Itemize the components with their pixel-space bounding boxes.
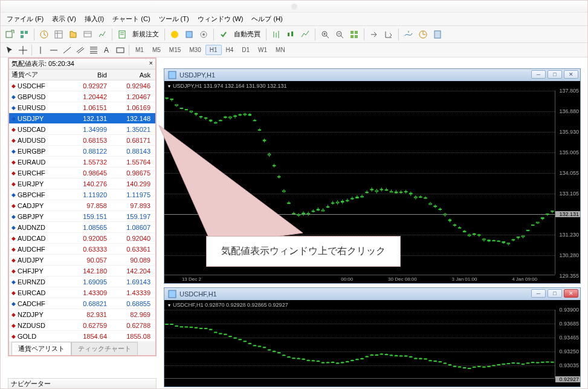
symbol-row-euraud[interactable]: ◆ EURAUD1.557321.55764	[9, 157, 155, 168]
svg-rect-227	[263, 347, 265, 348]
trendline-icon[interactable]	[60, 44, 74, 56]
vline-icon[interactable]	[34, 44, 47, 56]
market-watch-icon[interactable]	[37, 28, 51, 41]
symbol-row-audjpy[interactable]: ◆ AUDJPY90.05790.089	[9, 255, 155, 266]
hline-icon[interactable]	[47, 44, 60, 56]
close-icon[interactable]: ✕	[564, 70, 578, 79]
close-icon[interactable]: ✕	[564, 289, 578, 298]
symbol-row-eurjpy[interactable]: ◆ EURJPY140.276140.299	[9, 178, 155, 189]
symbol-row-eurcad[interactable]: ◆ EURCAD1.433091.43339	[9, 287, 155, 298]
symbol-row-chfjpy[interactable]: ◆ CHFJPY142.180142.204	[9, 266, 155, 276]
symbol-row-audnzd[interactable]: ◆ AUDNZD1.085651.08607	[9, 222, 155, 233]
col-bid[interactable]: Bid	[67, 71, 111, 79]
symbol-row-eurusd[interactable]: ◆ EURUSD1.061511.06169	[9, 102, 155, 113]
text-icon[interactable]: A	[100, 44, 114, 56]
chart-usdchf-titlebar[interactable]: USDCHF,H1 ─ □ ✕	[164, 288, 580, 300]
chart-usdchf[interactable]: USDCHF,H1 ─ □ ✕ ▾ USDCHF,H1 0.92870 0.92…	[164, 287, 581, 387]
templates-icon[interactable]	[431, 28, 444, 41]
menu-view[interactable]: 表示 (V)	[48, 13, 80, 25]
tile-icon[interactable]	[347, 28, 361, 41]
timeframe-m1[interactable]: M1	[131, 45, 148, 55]
symbol-row-usdjpy[interactable]: ◆ USDJPY132.131132.148	[9, 113, 155, 124]
crosshair-icon[interactable]	[16, 44, 30, 56]
shift-icon[interactable]	[367, 28, 381, 41]
cursor-icon[interactable]	[3, 44, 16, 56]
symbol-row-eurgbp[interactable]: ◆ EURGBP0.881220.88143	[9, 146, 155, 157]
symbol-row-audusd[interactable]: ◆ AUDUSD0.681530.68171	[9, 135, 155, 146]
maximize-icon[interactable]: □	[548, 289, 562, 298]
expert-icon[interactable]	[183, 28, 196, 41]
timeframe-m5[interactable]: M5	[148, 45, 165, 55]
menu-window[interactable]: ウィンドウ (W)	[194, 13, 247, 25]
zoom-out-icon[interactable]	[333, 28, 346, 41]
navigator-title: ナビゲーター	[8, 378, 157, 389]
svg-rect-319	[488, 366, 490, 367]
bar-chart-icon[interactable]	[270, 28, 283, 41]
profiles-icon[interactable]	[18, 28, 31, 41]
periods-icon[interactable]	[416, 28, 430, 41]
timeframe-w1[interactable]: W1	[254, 45, 271, 55]
svg-rect-34	[185, 110, 187, 110]
timeframe-d1[interactable]: D1	[237, 45, 254, 55]
symbol-row-gbpusd[interactable]: ◆ GBPUSD1.204421.20467	[9, 91, 155, 102]
autotrade-label[interactable]: 自動売買	[231, 30, 263, 39]
maximize-icon[interactable]: □	[548, 70, 562, 79]
svg-rect-24	[169, 71, 176, 79]
terminal-icon[interactable]	[81, 28, 94, 41]
new-order-label[interactable]: 新規注文	[130, 30, 161, 39]
tab-pair-list[interactable]: 通貨ペアリスト	[11, 342, 71, 355]
chevron-down-icon[interactable]: ▾	[168, 302, 170, 308]
menu-tool[interactable]: ツール (T)	[155, 13, 193, 25]
timeframe-h4[interactable]: H4	[222, 45, 238, 55]
new-order-icon[interactable]	[115, 28, 129, 41]
symbol-row-nzdjpy[interactable]: ◆ NZDJPY82.93182.969	[9, 309, 155, 320]
symbol-row-cadchf[interactable]: ◆ CADCHF0.688210.68855	[9, 298, 155, 309]
menu-chart[interactable]: チャート (C)	[109, 13, 153, 25]
symbol-row-eurchf[interactable]: ◆ EURCHF0.986450.98675	[9, 168, 155, 178]
symbol-row-cadjpy[interactable]: ◆ CADJPY97.85897.893	[9, 200, 155, 211]
menu-insert[interactable]: 挿入(I)	[81, 13, 108, 25]
svg-text:A: A	[104, 46, 109, 54]
symbol-row-audchf[interactable]: ◆ AUDCHF0.633330.63361	[9, 244, 155, 255]
autotrade-icon[interactable]	[217, 28, 230, 41]
candle-chart-icon[interactable]	[284, 28, 297, 41]
svg-rect-32	[180, 108, 183, 108]
meta-icon[interactable]	[168, 28, 181, 41]
symbol-row-eurnzd[interactable]: ◆ EURNZD1.690951.69143	[9, 276, 155, 287]
timeframe-m15[interactable]: M15	[165, 45, 185, 55]
minimize-icon[interactable]: ─	[531, 289, 546, 298]
symbol-row-usdcad[interactable]: ◆ USDCAD1.349991.35021	[9, 124, 155, 135]
line-chart-icon[interactable]	[299, 28, 312, 41]
menu-file[interactable]: ファイル (F)	[3, 13, 47, 25]
timeframe-mn[interactable]: MN	[271, 45, 289, 55]
symbol-row-gbpchf[interactable]: ◆ GBPCHF1.119201.11975	[9, 189, 155, 200]
data-window-icon[interactable]	[52, 28, 65, 41]
timeframe-m30[interactable]: M30	[185, 45, 205, 55]
close-icon[interactable]: ×	[149, 59, 153, 67]
symbol-row-gbpjpy[interactable]: ◆ GBPJPY159.151159.197	[9, 211, 155, 222]
timeframe-h1[interactable]: H1	[205, 45, 222, 55]
fibo-icon[interactable]	[87, 44, 100, 56]
navigator-icon[interactable]	[66, 28, 80, 41]
strategy-tester-icon[interactable]	[95, 28, 109, 41]
menu-help[interactable]: ヘルプ (H)	[248, 13, 286, 25]
symbol-row-nzdusd[interactable]: ◆ NZDUSD0.627590.62788	[9, 320, 155, 331]
autoscroll-icon[interactable]	[382, 28, 395, 41]
symbol-row-usdchf[interactable]: ◆ USDCHF0.929270.92946	[9, 80, 155, 91]
zoom-in-icon[interactable]	[318, 28, 332, 41]
symbol-row-gold[interactable]: ◆ GOLD1854.641855.08	[9, 331, 155, 342]
label-icon[interactable]	[114, 44, 127, 56]
chevron-down-icon[interactable]: ▾	[168, 83, 170, 89]
symbol-row-audcad[interactable]: ◆ AUDCAD0.920050.92040	[9, 233, 155, 244]
svg-rect-84	[307, 214, 309, 214]
col-symbol[interactable]: 通貨ペア	[9, 70, 67, 79]
channel-icon[interactable]	[74, 44, 87, 56]
options-icon[interactable]	[197, 28, 210, 41]
minimize-icon[interactable]: ─	[531, 70, 546, 79]
chart-usdjpy-titlebar[interactable]: USDJPY,H1 ─ □ ✕	[164, 69, 580, 81]
new-chart-icon[interactable]	[3, 28, 16, 41]
tab-tick-chart[interactable]: ティックチャート	[71, 342, 138, 355]
chart-usdchf-canvas[interactable]	[164, 310, 555, 378]
col-ask[interactable]: Ask	[111, 71, 154, 79]
indicators-icon[interactable]	[402, 28, 415, 41]
